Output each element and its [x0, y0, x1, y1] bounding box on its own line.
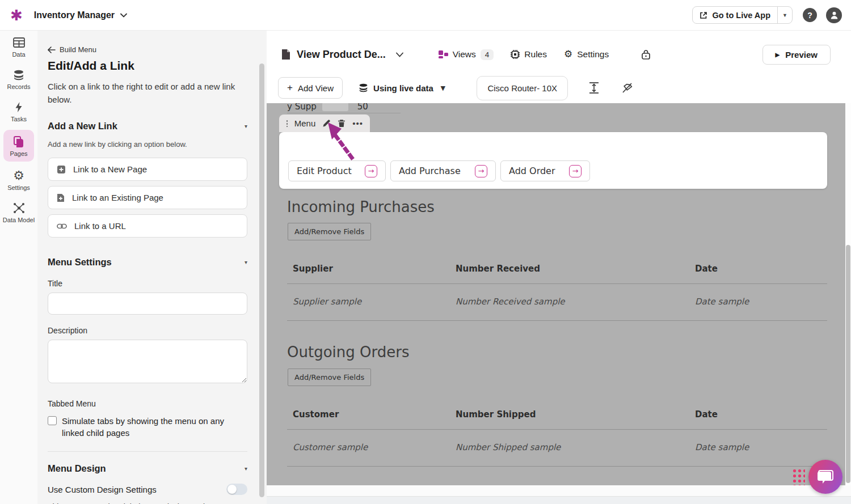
scrollbar-thumb[interactable] [846, 245, 850, 483]
external-link-icon [700, 11, 707, 19]
chevron-down-icon[interactable] [120, 13, 127, 18]
sidebar-item-label: Data Model [3, 217, 35, 223]
menu-settings-title: Menu Settings [48, 257, 112, 268]
tab-settings[interactable]: ⚙ Settings [564, 49, 609, 60]
panel-title: Edit/Add a Link [48, 59, 246, 73]
preview-button[interactable]: ▶ Preview [762, 45, 831, 65]
menu-view-toolbar: Menu ••• [279, 115, 370, 132]
clipped-table-row: y Supp 50 [287, 103, 368, 113]
table-row: Customer sample Number Shipped sample Da… [287, 430, 827, 467]
lock-icon[interactable] [642, 49, 650, 60]
sidebar-item-settings[interactable]: ⚙ Settings [0, 164, 37, 196]
menu-link-add-purchase[interactable]: Add Purchase → [390, 160, 496, 181]
drag-grid-handle[interactable] [792, 468, 805, 485]
arrow-right-icon: → [365, 165, 377, 177]
link-to-url-button[interactable]: Link to a URL [48, 214, 247, 238]
add-remove-fields-button[interactable]: Add/Remove Fields [288, 223, 371, 240]
go-live-dropdown-button[interactable]: ▼ [777, 7, 792, 23]
menu-design-title: Menu Design [48, 463, 106, 474]
title-input[interactable] [48, 293, 247, 315]
collapse-caret-icon[interactable]: ▾ [245, 465, 247, 472]
more-options-icon[interactable]: ••• [352, 121, 363, 126]
add-view-button[interactable]: + Add View [278, 77, 343, 99]
drag-handle-icon[interactable] [286, 120, 288, 127]
chip-icon [511, 50, 520, 59]
column-header[interactable]: Date [689, 264, 827, 274]
sidebar-item-data-model[interactable]: Data Model [0, 196, 37, 228]
menu-link-edit-product[interactable]: Edit Product → [288, 160, 386, 181]
custom-design-toggle[interactable] [226, 484, 247, 495]
title-field-label: Title [48, 279, 246, 288]
column-header[interactable]: Supplier [287, 264, 450, 274]
menu-view: Edit Product → Add Purchase → Add Order … [279, 132, 827, 189]
tab-views[interactable]: Views 4 [439, 49, 494, 60]
link-to-new-page-button[interactable]: Link to a New Page [48, 158, 247, 181]
table-icon [13, 36, 25, 49]
add-remove-fields-button[interactable]: Add/Remove Fields [288, 369, 371, 386]
section-title-outgoing-orders: Outgoing Orders [287, 344, 409, 361]
link-to-existing-page-button[interactable]: Link to an Existing Page [48, 186, 247, 209]
table-row: Supplier sample Number Received sample D… [287, 284, 827, 321]
sidebar-item-label: Data [12, 51, 25, 58]
sidebar-item-label: Records [7, 83, 31, 90]
edit-pencil-icon[interactable] [322, 119, 331, 128]
column-header[interactable]: Date [689, 409, 827, 420]
app-name[interactable]: Inventory Manager [34, 10, 115, 20]
page-switch-chevron-icon[interactable] [396, 52, 403, 57]
menu-settings-section-header: Menu Settings ▾ [48, 257, 247, 268]
sidebar-item-pages[interactable]: Pages [3, 130, 34, 162]
sidebar-item-records[interactable]: Records [0, 63, 37, 95]
arrow-right-icon: → [569, 165, 582, 177]
database-icon [359, 83, 368, 92]
table-cell: Number Shipped sample [450, 442, 689, 452]
custom-design-row: Use Custom Design Settings [48, 484, 247, 495]
column-header[interactable]: Number Received [450, 264, 689, 274]
back-to-build-menu-link[interactable]: Build Menu [48, 45, 246, 54]
table-cell: Date sample [689, 442, 827, 452]
column-header[interactable]: Customer [287, 409, 450, 420]
outgoing-orders-table: Customer Number Shipped Date Customer sa… [287, 409, 827, 467]
sidebar-item-data[interactable]: Data [0, 31, 37, 63]
hide-labels-icon[interactable] [620, 81, 634, 95]
canvas-scrollbar[interactable] [845, 103, 851, 485]
row-height-icon[interactable] [588, 82, 600, 94]
page-canvas: y Supp 50 Menu ••• Edit Product → [267, 103, 845, 485]
edit-link-panel: Build Menu Edit/Add a Link Click on a li… [37, 31, 267, 504]
record-selector-chip[interactable]: Cisco Router- 10X [477, 76, 568, 100]
sidebar-item-tasks[interactable]: Tasks [0, 95, 37, 128]
data-source-label: Using live data [373, 83, 433, 93]
trash-icon[interactable] [338, 119, 346, 128]
toggle-knob [228, 485, 237, 494]
go-to-live-app-button[interactable]: Go to Live App [693, 7, 777, 23]
gear-icon: ⚙ [564, 49, 572, 60]
collapse-caret-icon[interactable]: ▾ [245, 259, 247, 265]
tab-label: Views [453, 49, 476, 60]
tab-rules[interactable]: Rules [511, 49, 547, 60]
database-icon [13, 69, 24, 81]
description-textarea[interactable] [48, 340, 247, 383]
collapse-caret-icon[interactable]: ▾ [245, 123, 247, 129]
menu-link-label: Edit Product [297, 166, 352, 176]
simulate-tabs-label: Simulate tabs by showing the menu on any… [62, 415, 241, 439]
sidebar-item-label: Settings [7, 184, 30, 191]
user-avatar[interactable] [826, 7, 842, 23]
table-cell: Customer sample [287, 442, 450, 452]
go-to-live-app-label: Go to Live App [712, 11, 770, 20]
menu-link-label: Add Order [509, 166, 555, 176]
simulate-tabs-checkbox[interactable] [48, 416, 57, 425]
menu-view-label: Menu [294, 118, 316, 128]
column-header[interactable]: Number Shipped [450, 409, 689, 420]
table-cell: Number Received sample [450, 297, 689, 307]
tabbed-menu-label: Tabbed Menu [48, 399, 246, 408]
menu-link-add-order[interactable]: Add Order → [500, 160, 590, 181]
chat-widget-button[interactable] [808, 460, 842, 494]
chevron-down-icon: ▾ [441, 83, 445, 93]
table-header-row: Supplier Number Received Date [287, 264, 827, 284]
table-cell: Supplier sample [287, 297, 450, 307]
panel-scrollbar[interactable] [259, 63, 264, 497]
description-field-label: Description [48, 326, 246, 335]
add-new-link-title: Add a New Link [48, 121, 117, 132]
data-source-selector[interactable]: Using live data ▾ [359, 83, 445, 93]
help-button[interactable]: ? [803, 8, 817, 22]
incoming-purchases-table: Supplier Number Received Date Supplier s… [287, 264, 827, 321]
